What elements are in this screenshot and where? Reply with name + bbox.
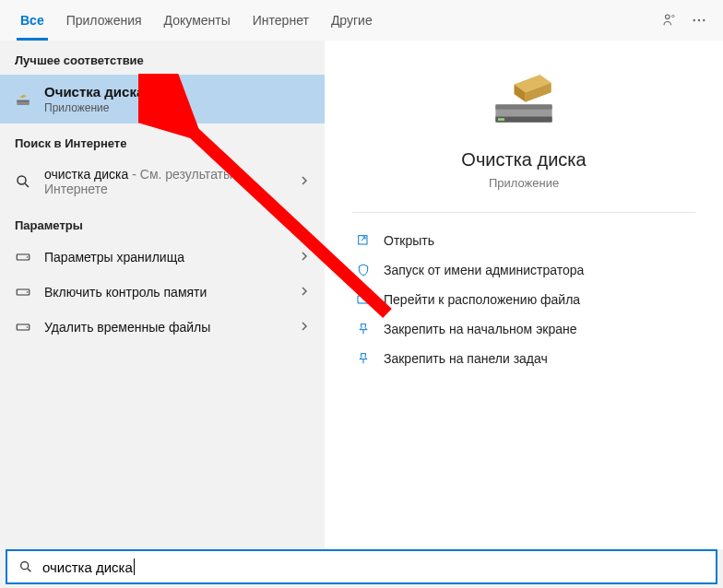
action-pin-start[interactable]: Закрепить на начальном экране (352, 314, 695, 344)
svg-point-10 (27, 291, 29, 293)
results-panel: Лучшее соответствие Очистка диска Прилож… (0, 41, 325, 549)
admin-icon (352, 263, 374, 277)
tab-apps[interactable]: Приложения (55, 0, 153, 41)
storage-icon (11, 319, 35, 335)
svg-point-12 (27, 326, 29, 328)
result-subtitle: Приложение (44, 101, 310, 114)
chevron-right-icon (299, 319, 310, 335)
result-best-match[interactable]: Очистка диска Приложение (0, 75, 325, 123)
svg-rect-5 (17, 100, 30, 101)
svg-point-8 (27, 256, 29, 258)
section-web-search: Поиск в Интернете (0, 123, 325, 158)
more-options-icon[interactable] (684, 6, 714, 35)
search-bar[interactable]: очистка диска (6, 549, 717, 584)
pin-icon (352, 351, 374, 366)
svg-point-3 (703, 19, 705, 21)
disk-cleanup-icon (11, 91, 35, 108)
action-open[interactable]: Открыть (352, 226, 695, 255)
result-storage-settings[interactable]: Параметры хранилища (0, 240, 325, 275)
section-settings: Параметры (0, 206, 325, 240)
svg-point-18 (21, 562, 29, 570)
feedback-icon[interactable] (655, 6, 684, 35)
preview-panel: Очистка диска Приложение Открыть Запуск … (325, 41, 723, 549)
tab-more[interactable]: Другие (320, 0, 387, 41)
search-input-text: очистка диска (42, 559, 133, 575)
chevron-right-icon (299, 249, 310, 265)
result-storage-sense[interactable]: Включить контроль памяти (0, 275, 325, 310)
preview-subtitle: Приложение (352, 176, 695, 190)
web-result-line: очистка диска - См. результаты в Интерне… (44, 167, 299, 196)
svg-point-6 (18, 176, 26, 184)
preview-title: Очистка диска (352, 149, 695, 171)
open-icon (352, 233, 374, 248)
tab-documents[interactable]: Документы (153, 0, 242, 41)
result-title: Очистка диска (44, 84, 310, 100)
svg-point-2 (698, 19, 700, 21)
result-web-search[interactable]: очистка диска - См. результаты в Интерне… (0, 158, 325, 206)
tab-all[interactable]: Все (9, 0, 55, 41)
chevron-right-icon (299, 284, 310, 300)
pin-icon (352, 322, 374, 336)
folder-icon (352, 292, 374, 307)
disk-cleanup-large-icon (482, 68, 565, 133)
result-delete-temp[interactable]: Удалить временные файлы (0, 310, 325, 345)
storage-icon (11, 249, 35, 265)
filter-tabs: Все Приложения Документы Интернет Другие (0, 0, 723, 41)
action-pin-taskbar[interactable]: Закрепить на панели задач (352, 344, 695, 373)
action-run-admin[interactable]: Запуск от имени администратора (352, 255, 695, 285)
chevron-right-icon (299, 173, 310, 190)
action-file-location[interactable]: Перейти к расположению файла (352, 285, 695, 314)
section-best-match: Лучшее соответствие (0, 41, 325, 75)
search-icon (11, 173, 35, 190)
svg-rect-14 (495, 104, 551, 109)
svg-point-0 (666, 15, 670, 19)
storage-icon (11, 284, 35, 300)
svg-point-1 (693, 19, 695, 21)
svg-rect-16 (498, 118, 504, 121)
tab-web[interactable]: Интернет (242, 0, 320, 41)
divider (352, 212, 695, 213)
search-icon (17, 559, 35, 574)
